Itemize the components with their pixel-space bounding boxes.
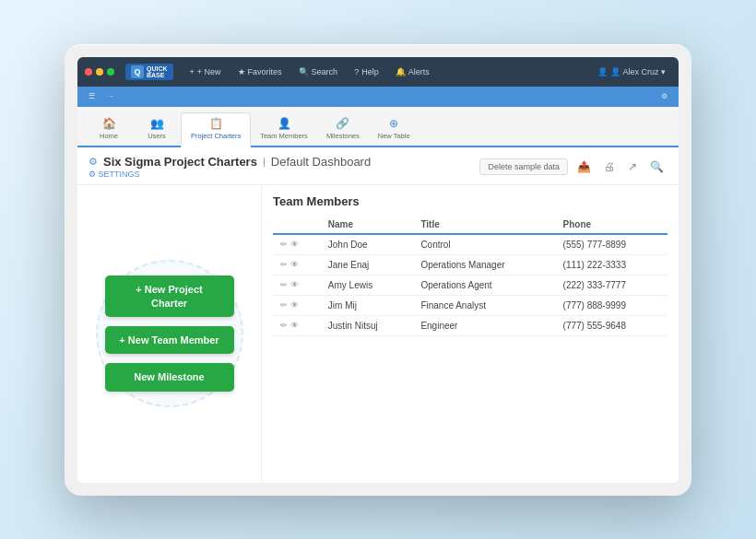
tab-users-label: Users: [148, 132, 166, 140]
main-content: + New ProjectCharter + New Team Member N…: [77, 185, 679, 483]
tab-home[interactable]: 🏠 Home: [85, 113, 133, 146]
col-phone: Phone: [556, 216, 667, 234]
tab-project-charters[interactable]: 📋 Project Charters: [181, 112, 251, 147]
row-name: Amy Lewis: [321, 275, 414, 295]
tab-team-members[interactable]: 👤 Team Members: [251, 113, 317, 146]
delete-sample-data-button[interactable]: Delete sample data: [479, 158, 568, 175]
device-frame: Q QUICKBASE + + New ★ Favorites 🔍 Search…: [65, 44, 691, 496]
tab-users[interactable]: 👥 Users: [133, 113, 181, 146]
tab-milestones[interactable]: 🔗 Milestones: [317, 113, 369, 146]
left-panel: + New ProjectCharter + New Team Member N…: [77, 185, 262, 483]
traffic-light-green[interactable]: [107, 68, 114, 76]
top-nav: Q QUICKBASE + + New ★ Favorites 🔍 Search…: [77, 57, 679, 87]
device-screen: Q QUICKBASE + + New ★ Favorites 🔍 Search…: [77, 57, 679, 483]
header-actions: Delete sample data 📤 🖨 ↗ 🔍: [479, 158, 667, 175]
link-icon: 🔗: [336, 117, 349, 130]
nav-search[interactable]: 🔍 Search: [293, 65, 344, 78]
traffic-lights: [85, 68, 114, 76]
row-phone: (777) 555-9648: [556, 315, 667, 335]
nav-help-label: Help: [361, 67, 379, 76]
row-phone: (111) 222-3333: [556, 254, 667, 275]
breadcrumb-sub: Default Dashboard: [271, 155, 371, 169]
nav-alerts[interactable]: 🔔 Alerts: [390, 65, 435, 78]
eye-icon[interactable]: 👁: [290, 321, 299, 330]
tab-new-table-label: New Table: [378, 132, 410, 140]
row-title: Operations Manager: [413, 254, 555, 275]
page-header: ⚙ Six Sigma Project Charters | Default D…: [77, 147, 679, 185]
person-icon: 👤: [278, 117, 291, 130]
nav-user-label: 👤 Alex Cruz ▾: [610, 67, 666, 76]
search-icon: 🔍: [299, 67, 309, 76]
home-icon: 🏠: [102, 117, 116, 130]
row-name: Jim Mij: [321, 295, 414, 315]
settings-gear-icon: ⚙: [89, 156, 98, 168]
second-nav-settings[interactable]: ⚙: [656, 90, 673, 102]
second-nav: ☰ ··· ⚙: [77, 87, 679, 107]
tab-bar: 🏠 Home 👥 Users 📋 Project Charters 👤 Team…: [77, 107, 679, 147]
breadcrumb-separator: |: [263, 156, 266, 167]
edit-icon[interactable]: ✏: [280, 321, 288, 330]
new-team-member-button[interactable]: + New Team Member: [105, 326, 234, 354]
eye-icon[interactable]: 👁: [290, 260, 299, 269]
logo-icon: Q: [131, 65, 144, 78]
print-icon[interactable]: 🖨: [600, 158, 619, 175]
edit-icon[interactable]: ✏: [280, 240, 288, 249]
logo: Q QUICKBASE: [125, 64, 173, 80]
new-milestone-button[interactable]: New Milestone: [105, 363, 234, 391]
tab-milestones-label: Milestones: [326, 132, 360, 140]
logo-text: QUICKBASE: [147, 65, 168, 78]
breadcrumb: ⚙ Six Sigma Project Charters | Default D…: [89, 155, 371, 179]
row-title: Finance Analyst: [413, 295, 555, 315]
tab-new-table[interactable]: ⊕ New Table: [369, 113, 419, 146]
row-actions-cell: ✏ 👁: [273, 295, 321, 315]
share-icon[interactable]: ↗: [624, 158, 641, 175]
table-row: ✏ 👁 John DoeControl(555) 777-8899: [273, 234, 667, 255]
new-project-charter-button[interactable]: + New ProjectCharter: [105, 275, 234, 317]
second-nav-more[interactable]: ···: [102, 90, 120, 102]
user-icon: 👤: [597, 67, 608, 76]
traffic-light-red[interactable]: [85, 68, 92, 76]
add-table-icon: ⊕: [389, 117, 398, 130]
plus-icon: +: [190, 67, 195, 76]
col-actions: [273, 216, 321, 234]
row-title: Engineer: [413, 315, 555, 335]
nav-new-label: + New: [197, 67, 221, 76]
filter-icon[interactable]: 🔍: [646, 158, 667, 175]
edit-icon[interactable]: ✏: [280, 280, 288, 289]
nav-user[interactable]: 👤 👤 Alex Cruz ▾: [592, 65, 671, 78]
row-name: John Doe: [321, 234, 414, 255]
table-row: ✏ 👁 Jane EnajOperations Manager(111) 222…: [273, 254, 667, 275]
settings-link[interactable]: ⚙ SETTINGS: [89, 170, 371, 179]
edit-icon[interactable]: ✏: [280, 260, 288, 269]
row-phone: (222) 333-7777: [556, 275, 667, 295]
row-actions-cell: ✏ 👁: [273, 275, 321, 295]
edit-icon[interactable]: ✏: [280, 300, 288, 310]
col-title: Title: [413, 216, 555, 234]
bell-icon: 🔔: [396, 67, 406, 76]
eye-icon[interactable]: 👁: [290, 240, 299, 249]
nav-favorites-label: Favorites: [248, 67, 282, 76]
upload-icon[interactable]: 📤: [573, 158, 595, 175]
section-title: Team Members: [273, 194, 667, 208]
nav-favorites[interactable]: ★ Favorites: [232, 65, 288, 78]
row-phone: (777) 888-9999: [556, 295, 667, 315]
nav-search-label: Search: [312, 67, 338, 76]
row-title: Operations Agent: [413, 275, 555, 295]
row-actions-cell: ✏ 👁: [273, 254, 321, 275]
eye-icon[interactable]: 👁: [290, 280, 299, 289]
nav-new[interactable]: + + New: [184, 65, 227, 78]
nav-help[interactable]: ? Help: [348, 65, 384, 78]
clipboard-icon: 📋: [209, 117, 223, 130]
table-row: ✏ 👁 Jim MijFinance Analyst(777) 888-9999: [273, 295, 667, 315]
help-icon: ?: [354, 67, 359, 76]
team-members-table: Name Title Phone ✏ 👁 John DoeControl(555…: [273, 216, 667, 336]
tab-team-members-label: Team Members: [260, 132, 308, 140]
second-nav-menu[interactable]: ☰: [83, 90, 100, 102]
tab-home-label: Home: [100, 132, 118, 140]
col-name: Name: [321, 216, 414, 234]
right-panel: Team Members Name Title Phone: [262, 185, 679, 483]
table-row: ✏ 👁 Amy LewisOperations Agent(222) 333-7…: [273, 275, 667, 295]
breadcrumb-main: Six Sigma Project Charters: [103, 155, 257, 169]
traffic-light-yellow[interactable]: [96, 68, 103, 76]
eye-icon[interactable]: 👁: [290, 300, 299, 310]
